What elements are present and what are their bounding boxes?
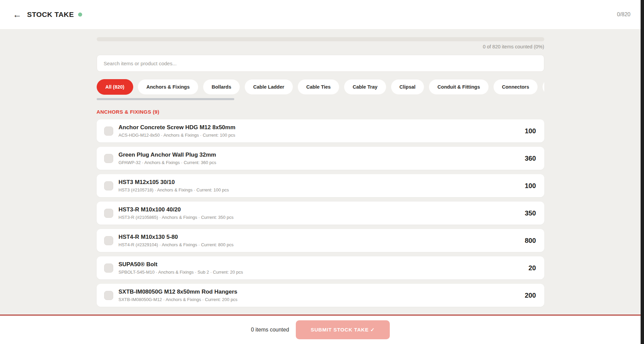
- list-item[interactable]: SUPA50® Bolt SPBOLT-S45-M10 · Anchors & …: [97, 256, 544, 279]
- item-text: SXTB-IM08050G M12 8x50mm Rod Hangers SXT…: [119, 289, 518, 302]
- item-name: Anchor Concrete Screw HDG M12 8x50mm: [119, 124, 518, 131]
- item-checkbox[interactable]: [104, 236, 113, 245]
- item-quantity: 800: [525, 237, 536, 245]
- item-name: Green Plug Anchor Wall Plug 32mm: [119, 152, 518, 158]
- item-checkbox[interactable]: [104, 209, 113, 218]
- status-dot-icon: [78, 13, 82, 17]
- item-quantity: 100: [525, 182, 536, 190]
- item-quantity: 350: [525, 209, 536, 217]
- item-meta: SXTB-IM08050G-M12 · Anchors & Fixings · …: [119, 297, 518, 302]
- item-checkbox[interactable]: [104, 181, 113, 190]
- item-meta: HST3-R (#2105865) · Anchors & Fixings · …: [119, 215, 518, 220]
- page-vertical-scrollbar[interactable]: [641, 0, 644, 344]
- item-quantity: 360: [525, 155, 536, 162]
- item-name: SXTB-IM08050G M12 8x50mm Rod Hangers: [119, 289, 518, 295]
- item-checkbox[interactable]: [104, 263, 113, 273]
- filter-chip-clipsal[interactable]: Clipsal: [391, 79, 425, 95]
- filter-chip-anchors-fixings[interactable]: Anchors & Fixings: [138, 79, 198, 95]
- filter-chip-cable-ladder[interactable]: Cable Ladder: [244, 79, 293, 95]
- item-quantity: 100: [525, 127, 536, 135]
- item-meta: GPAWP-32 · Anchors & Fixings · Current: …: [119, 160, 518, 165]
- item-meta: HST3 (#2105718) · Anchors & Fixings · Cu…: [119, 187, 518, 192]
- item-text: Green Plug Anchor Wall Plug 32mm GPAWP-3…: [119, 152, 518, 165]
- stock-take-page: ← STOCK TAKE 0/820 0 of 820 items counte…: [0, 0, 644, 344]
- list-item[interactable]: SXTB-IM08050G M12 8x50mm Rod Hangers SXT…: [97, 284, 544, 307]
- item-text: Anchor Concrete Screw HDG M12 8x50mm ACS…: [119, 124, 518, 137]
- list-item[interactable]: HST4-R M10x130 5-80 HST4-R (#2329104) · …: [97, 229, 544, 252]
- main-content: 0 of 820 items counted (0%) All (820) An…: [0, 29, 641, 315]
- category-filter-chips: All (820) Anchors & Fixings Bollards Cab…: [97, 79, 544, 95]
- item-quantity: 200: [525, 292, 536, 299]
- header-progress-counter: 0/820: [617, 12, 630, 18]
- progress-bar: [97, 37, 544, 41]
- item-text: HST3-R M10x100 40/20 HST3-R (#2105865) ·…: [119, 206, 518, 220]
- item-text: SUPA50® Bolt SPBOLT-S45-M10 · Anchors & …: [119, 261, 522, 274]
- item-name: HST3 M12x105 30/10: [119, 179, 518, 186]
- progress-summary: 0 of 820 items counted (0%): [97, 44, 544, 49]
- item-meta: ACS-HDG-M12-8x50 · Anchors & Fixings · C…: [119, 133, 518, 138]
- filter-chip-fasteners[interactable]: Fasteners: [542, 79, 544, 95]
- item-text: HST3 M12x105 30/10 HST3 (#2105718) · Anc…: [119, 179, 518, 192]
- back-arrow-icon[interactable]: ←: [13, 10, 22, 19]
- item-checkbox[interactable]: [104, 291, 113, 300]
- filter-chip-cable-tray[interactable]: Cable Tray: [344, 79, 386, 95]
- item-checkbox[interactable]: [104, 127, 113, 136]
- item-checkbox[interactable]: [104, 154, 113, 163]
- chips-horizontal-scrollbar[interactable]: [97, 98, 234, 100]
- filter-chip-bollards[interactable]: Bollards: [203, 79, 240, 95]
- filter-chip-conduit-fittings[interactable]: Conduit & Fittings: [429, 79, 489, 95]
- item-text: HST4-R M10x130 5-80 HST4-R (#2329104) · …: [119, 234, 518, 247]
- item-list: Anchor Concrete Screw HDG M12 8x50mm ACS…: [97, 119, 544, 307]
- search-input[interactable]: [97, 55, 544, 72]
- section-heading: ANCHORS & FIXINGS (9): [97, 109, 544, 115]
- item-quantity: 20: [528, 264, 536, 272]
- header: ← STOCK TAKE 0/820: [0, 0, 641, 29]
- item-name: HST3-R M10x100 40/20: [119, 206, 518, 213]
- filter-chip-all[interactable]: All (820): [97, 79, 133, 95]
- footer-bar: 0 items counted SUBMIT STOCK TAKE ✓: [0, 315, 641, 344]
- list-item[interactable]: HST3 M12x105 30/10 HST3 (#2105718) · Anc…: [97, 174, 544, 197]
- filter-chip-cable-ties[interactable]: Cable Ties: [297, 79, 339, 95]
- item-meta: HST4-R (#2329104) · Anchors & Fixings · …: [119, 242, 518, 247]
- page-title: STOCK TAKE: [27, 10, 74, 19]
- item-meta: SPBOLT-S45-M10 · Anchors & Fixings · Sub…: [119, 270, 522, 275]
- item-name: SUPA50® Bolt: [119, 261, 522, 268]
- filter-chip-connectors[interactable]: Connectors: [493, 79, 538, 95]
- list-item[interactable]: Anchor Concrete Screw HDG M12 8x50mm ACS…: [97, 119, 544, 142]
- list-item[interactable]: HST3-R M10x100 40/20 HST3-R (#2105865) ·…: [97, 202, 544, 225]
- submit-stock-take-button[interactable]: SUBMIT STOCK TAKE ✓: [296, 320, 390, 339]
- item-name: HST4-R M10x130 5-80: [119, 234, 518, 240]
- list-item[interactable]: Green Plug Anchor Wall Plug 32mm GPAWP-3…: [97, 147, 544, 170]
- footer-count-label: 0 items counted: [251, 327, 289, 333]
